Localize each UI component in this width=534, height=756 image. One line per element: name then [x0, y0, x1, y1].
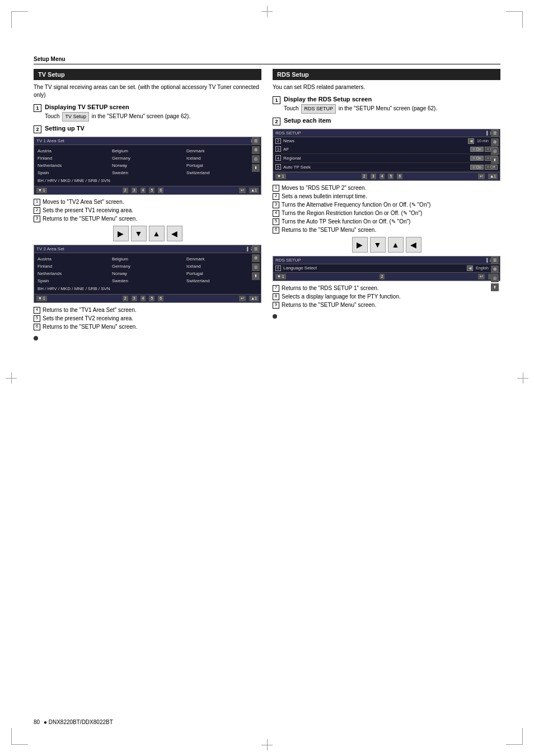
rds-arrow-left-btn: ◀: [406, 237, 421, 253]
tv2-screen: TV 2 Area Set ▐ 2 ▶ AustriaBelgiumDenmar…: [34, 245, 261, 303]
tv-step1-title: Displaying TV SETUP screen: [45, 104, 190, 110]
rds-af-row: 3 AF = On = Off: [273, 145, 500, 154]
setup-menu-label: Setup Menu: [34, 56, 500, 64]
tv-setup-touch-btn: TV Setup: [62, 112, 89, 122]
tv-step1: 1 Displaying TV SETUP screen Touch TV Se…: [34, 104, 261, 122]
rds-setup-touch-btn: RDS SETUP: [301, 104, 336, 114]
tv1-screen: TV 1 Area Set 1 ▶ AustriaBelgiumDenmark …: [34, 137, 261, 195]
tv2-list: 4Returns to the "TV1 Area Set" screen. 5…: [34, 306, 261, 330]
rds-arrow-right-btn: ▶: [352, 237, 368, 253]
rds-step1-title: Display the RDS Setup screen: [284, 96, 437, 102]
crosshair-right: [517, 372, 528, 384]
rds2-sidebar: ☰ ⚙ ◎ ⬆: [491, 256, 499, 291]
rds-step1: 1 Display the RDS Setup screen Touch RDS…: [273, 96, 500, 114]
rds-step1-text: Touch RDS SETUP in the "SETUP Menu" scre…: [284, 104, 437, 114]
rds-autotp-row: 5 Auto TP Seek = On = Off: [273, 163, 500, 172]
tv-step2-title: Setting up TV: [45, 125, 85, 132]
rds2-list: 7Returns to the "RDS SETUP 1" screen. 8S…: [273, 284, 500, 309]
corner-tr: [506, 11, 523, 28]
crosshair-left: [6, 372, 17, 384]
arrow-down-btn: ▼: [131, 226, 147, 241]
rds-step2-title: Setup each item: [284, 117, 331, 124]
rds-setup-desc: You can set RDS related parameters.: [273, 83, 500, 91]
crosshair-top: [261, 6, 273, 17]
rds-arrow-up-btn: ▲: [388, 237, 404, 253]
tv-bullet: [34, 336, 38, 340]
tv2-sidebar: ☰ ⚙ ◎ ⬆: [252, 245, 260, 280]
rds1-screen-title: RDS SETUP: [275, 130, 484, 136]
rds-setup-title: RDS Setup: [273, 69, 500, 80]
rds1-list: 1Moves to "RDS SETUP 2" screen. 2Sets a …: [273, 184, 500, 234]
rds2-screen-title: RDS SETUP: [275, 258, 484, 263]
tv1-country-grid: AustriaBelgiumDenmark FinlandGermanyIcel…: [36, 147, 259, 177]
tv-step2: 2 Setting up TV: [34, 125, 261, 133]
rds-arrow-buttons: ▶ ▼ ▲ ◀: [273, 237, 500, 253]
crosshair-bottom: [261, 739, 273, 750]
tv-arrow-buttons: ▶ ▼ ▲ ◀: [34, 226, 261, 241]
rds-regional-row: 4 Regional = On = Off: [273, 154, 500, 163]
tv-step1-text: Touch TV Setup in the "SETUP Menu" scree…: [45, 112, 190, 122]
rds1-sidebar: ☰ ⚙ ◎ ⬆: [491, 129, 499, 164]
tv1-sidebar: ☰ ⚙ ◎ ⬆: [252, 137, 260, 172]
arrow-left-btn: ◀: [167, 226, 182, 241]
arrow-up-btn: ▲: [149, 226, 165, 241]
page-number: 80 ● DNX8220BT/DDX8022BT: [34, 719, 113, 725]
rds1-screen: RDS SETUP ▐ 1 ▶ 2 News ◀ 10 min ▶: [273, 129, 500, 181]
rds-step1-num: 1: [273, 96, 280, 104]
rds-setup-section: RDS Setup You can set RDS related parame…: [273, 69, 500, 342]
tv-setup-title: TV Setup: [34, 69, 261, 80]
tv2-country-grid: AustriaBelgiumDenmark FinlandGermanyIcel…: [36, 255, 259, 285]
tv2-screen-title: TV 2 Area Set: [36, 246, 243, 251]
corner-tl: [11, 11, 28, 28]
rds-news-row: 2 News ◀ 10 min ▶: [273, 137, 500, 145]
corner-bl: [11, 728, 28, 745]
rds-step2-num: 2: [273, 118, 280, 125]
corner-br: [506, 728, 523, 745]
rds-step2: 2 Setup each item: [273, 117, 500, 125]
rds-arrow-down-btn: ▼: [370, 237, 386, 253]
arrow-right-btn: ▶: [113, 226, 129, 241]
tv-step1-num: 1: [34, 104, 41, 112]
tv-step2-num: 2: [34, 125, 41, 133]
tv-setup-section: TV Setup The TV signal receiving areas c…: [34, 69, 261, 342]
tv-setup-desc: The TV signal receiving areas can be set…: [34, 83, 261, 99]
tv1-list: 1Moves to "TV2 Area Set" screen. 2Sets t…: [34, 198, 261, 222]
rds2-screen: RDS SETUP ▐ 2 ▶ 6 Language Select ◀ Engl…: [273, 256, 500, 281]
rds-language-row: 6 Language Select ◀ English ▶: [273, 264, 500, 272]
tv1-screen-title: TV 1 Area Set: [36, 138, 251, 143]
rds-bullet: [273, 314, 277, 319]
